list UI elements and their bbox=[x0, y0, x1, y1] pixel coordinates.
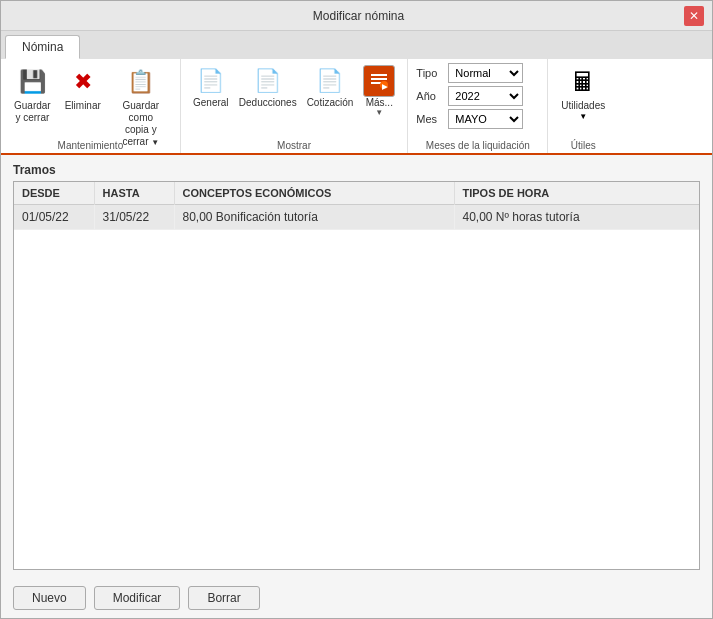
tab-nomina[interactable]: Nómina bbox=[5, 35, 80, 59]
col-tipos: TIPOS DE HORA bbox=[454, 182, 699, 205]
meses-group-label: Meses de la liquidación bbox=[408, 140, 547, 151]
mas-icon: ▶ bbox=[369, 71, 389, 91]
borrar-button[interactable]: Borrar bbox=[188, 586, 259, 610]
utilidades-label: Utilidades bbox=[561, 100, 605, 112]
cell-conceptos: 80,00 Bonificación tutoría bbox=[174, 205, 454, 230]
guardar-copia-button[interactable]: 📋 Guardar comocopia y cerrar ▼ bbox=[110, 63, 172, 151]
guardar-button[interactable]: 💾 Guardary cerrar bbox=[9, 63, 56, 127]
tipo-label: Tipo bbox=[416, 67, 444, 79]
mostrar-group-label: Mostrar bbox=[181, 140, 408, 151]
table-row[interactable]: 01/05/22 31/05/22 80,00 Bonificación tut… bbox=[14, 205, 699, 230]
tramos-table-container: DESDE HASTA CONCEPTOS ECONÓMICOS TIPOS D… bbox=[13, 181, 700, 570]
col-conceptos: CONCEPTOS ECONÓMICOS bbox=[174, 182, 454, 205]
mes-select[interactable]: ENEROFEBREROMARZOABRIL MAYOJUNIOJULIOAGO… bbox=[448, 109, 523, 129]
svg-rect-1 bbox=[371, 78, 387, 80]
tramos-table: DESDE HASTA CONCEPTOS ECONÓMICOS TIPOS D… bbox=[14, 182, 699, 230]
utiles-group-label: Útiles bbox=[548, 140, 618, 151]
guardar-label: Guardary cerrar bbox=[14, 100, 51, 124]
mas-icon-wrap: ▶ bbox=[363, 65, 395, 97]
anio-select[interactable]: 2022 2021 2020 bbox=[448, 86, 523, 106]
mes-label: Mes bbox=[416, 113, 444, 125]
nuevo-button[interactable]: Nuevo bbox=[13, 586, 86, 610]
mantenimiento-group-label: Mantenimiento bbox=[1, 140, 180, 151]
general-label: General bbox=[193, 97, 229, 108]
ribbon-group-mantenimiento: 💾 Guardary cerrar ✖ Eliminar 📋 Guardar c… bbox=[1, 59, 181, 153]
utilidades-dropdown: ▼ bbox=[579, 112, 587, 121]
ribbon-group-utiles: 🖩 Utilidades ▼ Útiles bbox=[548, 59, 618, 153]
ribbon: 💾 Guardary cerrar ✖ Eliminar 📋 Guardar c… bbox=[1, 59, 712, 155]
deducciones-icon: 📄 bbox=[252, 65, 284, 97]
section-title: Tramos bbox=[13, 163, 700, 177]
deducciones-button[interactable]: 📄 Deducciones bbox=[235, 63, 301, 110]
anio-label: Año bbox=[416, 90, 444, 102]
svg-rect-0 bbox=[371, 74, 387, 76]
titlebar: Modificar nómina ✕ bbox=[1, 1, 712, 31]
general-icon: 📄 bbox=[195, 65, 227, 97]
bottom-bar: Nuevo Modificar Borrar bbox=[1, 578, 712, 618]
tabbar: Nómina bbox=[1, 31, 712, 59]
content-area: Tramos DESDE HASTA CONCEPTOS ECONÓMICOS … bbox=[1, 155, 712, 578]
deducciones-label: Deducciones bbox=[239, 97, 297, 108]
cotizacion-icon: 📄 bbox=[314, 65, 346, 97]
window-title: Modificar nómina bbox=[33, 9, 684, 23]
cotizacion-button[interactable]: 📄 Cotización bbox=[303, 63, 358, 110]
mas-label: Más... bbox=[366, 97, 393, 108]
cotizacion-label: Cotización bbox=[307, 97, 354, 108]
table-header-row: DESDE HASTA CONCEPTOS ECONÓMICOS TIPOS D… bbox=[14, 182, 699, 205]
col-hasta: HASTA bbox=[94, 182, 174, 205]
mas-button[interactable]: ▶ Más... ▼ bbox=[359, 63, 399, 119]
modificar-button[interactable]: Modificar bbox=[94, 586, 181, 610]
ribbon-group-meses: Tipo Normal Extra Año 2022 2021 2020 Mes… bbox=[408, 59, 548, 153]
mas-dropdown-arrow: ▼ bbox=[375, 108, 383, 117]
mantenimiento-buttons: 💾 Guardary cerrar ✖ Eliminar 📋 Guardar c… bbox=[9, 63, 172, 151]
mostrar-buttons: 📄 General 📄 Deducciones 📄 Cotización bbox=[189, 63, 400, 119]
cell-hasta: 31/05/22 bbox=[94, 205, 174, 230]
tipo-select[interactable]: Normal Extra bbox=[448, 63, 523, 83]
tipo-row: Tipo Normal Extra bbox=[416, 63, 539, 83]
main-window: Modificar nómina ✕ Nómina 💾 Guardary cer… bbox=[0, 0, 713, 619]
ribbon-group-mostrar: 📄 General 📄 Deducciones 📄 Cotización bbox=[181, 59, 409, 153]
save-copy-icon: 📋 bbox=[125, 66, 157, 98]
utilidades-icon: 🖩 bbox=[567, 66, 599, 98]
save-icon: 💾 bbox=[16, 66, 48, 98]
col-desde: DESDE bbox=[14, 182, 94, 205]
mes-row: Mes ENEROFEBREROMARZOABRIL MAYOJUNIOJULI… bbox=[416, 109, 539, 129]
close-button[interactable]: ✕ bbox=[684, 6, 704, 26]
utilidades-button[interactable]: 🖩 Utilidades ▼ bbox=[556, 63, 610, 124]
cell-tipos: 40,00 Nº horas tutoría bbox=[454, 205, 699, 230]
general-button[interactable]: 📄 General bbox=[189, 63, 233, 110]
eliminar-button[interactable]: ✖ Eliminar bbox=[60, 63, 106, 115]
eliminar-label: Eliminar bbox=[65, 100, 101, 112]
cell-desde: 01/05/22 bbox=[14, 205, 94, 230]
anio-row: Año 2022 2021 2020 bbox=[416, 86, 539, 106]
delete-icon: ✖ bbox=[67, 66, 99, 98]
